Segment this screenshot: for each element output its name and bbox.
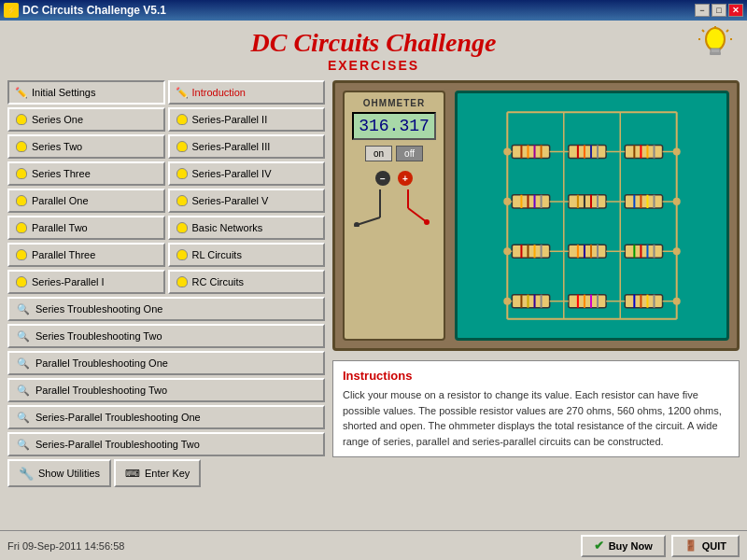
- window-controls: − □ ✕: [695, 4, 743, 17]
- instructions-text: Click your mouse on a resistor to change…: [343, 387, 729, 449]
- svg-point-13: [424, 219, 430, 225]
- instructions-title: Instructions: [343, 369, 729, 383]
- title-bar: ⚡ DC Circuits Challenge V5.1 − □ ✕: [0, 0, 747, 21]
- bulb-icon13: [15, 275, 28, 288]
- svg-line-10: [357, 217, 380, 225]
- keyboard-icon: ⌨: [125, 468, 140, 480]
- ohmmeter-label: OHMMETER: [363, 98, 425, 108]
- svg-rect-91: [569, 295, 606, 308]
- nav-ts-series-two[interactable]: 🔍 Series Troubleshooting Two: [7, 324, 325, 348]
- nav-introduction[interactable]: ✏️ Introduction: [168, 80, 326, 105]
- nav-series-parallel-ii[interactable]: Series-Parallel II: [168, 107, 326, 132]
- window-title: DC Circuits Challenge V5.1: [22, 4, 166, 17]
- main-area: DC Circuits Challenge EXERCISES ✏️ Initi…: [0, 21, 747, 495]
- nav-series-parallel-i[interactable]: Series-Parallel I: [7, 270, 165, 294]
- quit-icon: 🚪: [684, 539, 698, 552]
- nav-series-parallel-v[interactable]: Series-Parallel V: [168, 189, 326, 213]
- bulb-icon3: [15, 140, 28, 153]
- app-subtitle: EXERCISES: [7, 58, 740, 73]
- footer-buttons: ✔ Buy Now 🚪 QUIT: [581, 535, 740, 557]
- svg-rect-98: [625, 295, 662, 308]
- nav-rl-circuits[interactable]: RL Circuits: [168, 243, 326, 267]
- utilities-icon: 🔧: [19, 467, 34, 481]
- svg-point-106: [503, 198, 511, 205]
- nav-series-three[interactable]: Series Three: [7, 161, 165, 186]
- maximize-button[interactable]: □: [712, 4, 726, 17]
- buy-now-button[interactable]: ✔ Buy Now: [581, 535, 666, 557]
- nav-series-one[interactable]: Series One: [7, 107, 165, 132]
- bulb-icon2: [176, 113, 189, 126]
- bulb-icon12: [176, 248, 189, 261]
- circuit-svg: [458, 93, 726, 338]
- instructions-panel: Instructions Click your mouse on a resis…: [332, 360, 740, 457]
- ohmmeter-on-button[interactable]: on: [365, 146, 392, 161]
- close-button[interactable]: ✕: [728, 4, 743, 17]
- nav-initial-settings[interactable]: ✏️ Initial Settings: [7, 80, 165, 105]
- pencil-icon: ✏️: [15, 86, 28, 99]
- svg-line-5: [726, 30, 728, 32]
- ohmmeter-off-button[interactable]: off: [396, 146, 423, 161]
- svg-rect-42: [512, 195, 549, 208]
- nav-ts-sp-one[interactable]: 🔍 Series-Parallel Troubleshooting One: [7, 405, 325, 429]
- nav-series-two[interactable]: Series Two: [7, 134, 165, 159]
- quit-button[interactable]: 🚪 QUIT: [671, 535, 740, 557]
- nav-ts-sp-two[interactable]: 🔍 Series-Parallel Troubleshooting Two: [7, 432, 325, 456]
- app-title: DC Circuits Challenge: [7, 28, 740, 58]
- svg-line-4: [702, 30, 704, 32]
- show-utilities-button[interactable]: 🔧 Show Utilities: [7, 459, 111, 487]
- nav-rc-circuits[interactable]: RC Circuits: [168, 270, 326, 294]
- nav-parallel-three[interactable]: Parallel Three: [7, 243, 165, 267]
- svg-rect-63: [512, 245, 549, 258]
- bulb-icon9: [15, 221, 28, 234]
- footer: Fri 09-Sep-2011 14:56:58 ✔ Buy Now 🚪 QUI…: [0, 530, 747, 560]
- svg-point-108: [503, 298, 511, 305]
- svg-point-109: [673, 147, 681, 155]
- svg-point-105: [503, 147, 511, 155]
- left-panel: ✏️ Initial Settings ✏️ Introduction Seri…: [7, 80, 325, 487]
- svg-rect-77: [625, 245, 662, 258]
- svg-line-12: [408, 208, 427, 222]
- ohmmeter: OHMMETER 316.317 on off − +: [343, 91, 445, 341]
- magnifier-icon3: 🔍: [17, 357, 30, 370]
- magnifier-icon6: 🔍: [17, 439, 30, 451]
- utility-buttons: 🔧 Show Utilities ⌨ Enter Key: [7, 459, 325, 487]
- svg-rect-35: [625, 145, 662, 158]
- bulb-icon: [15, 113, 28, 126]
- svg-point-111: [673, 247, 681, 255]
- bulb-icon7: [15, 194, 28, 207]
- bulb-icon5: [15, 167, 28, 180]
- svg-point-0: [706, 28, 725, 50]
- circuit-board[interactable]: [455, 91, 729, 341]
- bulb-icon14: [176, 275, 189, 288]
- magnifier-icon5: 🔍: [17, 412, 30, 424]
- footer-datetime: Fri 09-Sep-2011 14:56:58: [7, 540, 124, 552]
- svg-rect-28: [569, 145, 606, 158]
- pencil-icon2: ✏️: [176, 86, 189, 99]
- content-area: ✏️ Initial Settings ✏️ Introduction Seri…: [7, 80, 740, 487]
- probe-wires: [352, 189, 436, 227]
- nav-series-parallel-iv[interactable]: Series-Parallel IV: [168, 161, 326, 186]
- svg-rect-2: [710, 52, 721, 55]
- nav-ts-series-one[interactable]: 🔍 Series Troubleshooting One: [7, 297, 325, 321]
- app-header: DC Circuits Challenge EXERCISES: [7, 28, 740, 73]
- svg-rect-70: [569, 245, 606, 258]
- negative-terminal: −: [375, 171, 390, 186]
- svg-rect-56: [625, 195, 662, 208]
- nav-series-parallel-iii[interactable]: Series-Parallel III: [168, 134, 326, 159]
- nav-parallel-one[interactable]: Parallel One: [7, 189, 165, 213]
- checkmark-icon: ✔: [594, 539, 604, 553]
- enter-key-button[interactable]: ⌨ Enter Key: [114, 459, 201, 487]
- bulb-icon4: [176, 140, 189, 153]
- magnifier-icon4: 🔍: [17, 385, 30, 397]
- minimize-button[interactable]: −: [695, 4, 710, 17]
- app-icon: ⚡: [4, 3, 19, 18]
- svg-point-107: [503, 247, 511, 255]
- circuit-area: OHMMETER 316.317 on off − +: [332, 80, 740, 351]
- right-panel: OHMMETER 316.317 on off − +: [332, 80, 740, 487]
- nav-ts-parallel-one[interactable]: 🔍 Parallel Troubleshooting One: [7, 351, 325, 375]
- svg-rect-21: [512, 145, 549, 158]
- bulb-icon10: [176, 221, 189, 234]
- nav-ts-parallel-two[interactable]: 🔍 Parallel Troubleshooting Two: [7, 378, 325, 402]
- nav-basic-networks[interactable]: Basic Networks: [168, 216, 326, 240]
- nav-parallel-two[interactable]: Parallel Two: [7, 216, 165, 240]
